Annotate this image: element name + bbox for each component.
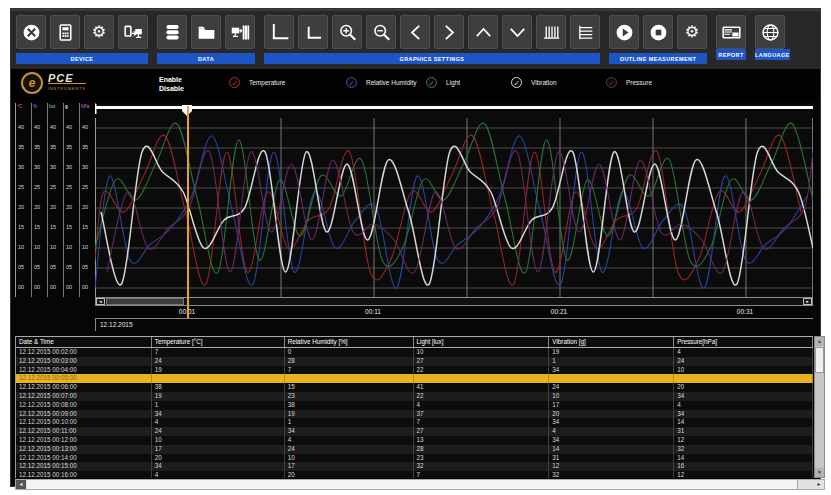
cell-value: 31 — [549, 454, 674, 463]
vertical-gridlines-button[interactable] — [536, 15, 566, 49]
axes-corner-button[interactable] — [298, 15, 328, 49]
cell-value: 7 — [152, 348, 285, 357]
table-row[interactable]: 12.12.2015 00:16:0042073212 — [16, 471, 813, 478]
y-axis-tick: 10 — [34, 244, 40, 250]
power-x-button[interactable] — [16, 15, 46, 49]
table-row[interactable]: 12.12.2015 00:06:003815412420 — [16, 383, 813, 392]
pressure-checkbox[interactable]: ✓ — [606, 77, 617, 88]
window-scroll-thumb[interactable] — [27, 480, 798, 489]
pan-down-button[interactable] — [502, 15, 532, 49]
cell-value: 4 — [285, 436, 414, 445]
stop-measurement-button[interactable] — [643, 15, 673, 49]
legend-item-vibration: ✓ Vibration — [511, 77, 557, 88]
date-label: 12.12.2015 — [100, 321, 133, 328]
y-axis-tick: 35 — [82, 144, 88, 150]
export-to-table-button[interactable] — [225, 15, 255, 49]
horizontal-gridlines-button[interactable] — [570, 15, 600, 49]
table-scroll-down-icon[interactable]: ▼ — [815, 468, 824, 477]
device-to-pc-transfer-button[interactable] — [118, 15, 148, 49]
cell-value: 24 — [674, 357, 813, 366]
database-icon — [162, 22, 183, 43]
graphics-buttons — [264, 15, 600, 49]
language-button[interactable] — [755, 15, 785, 49]
device-to-pc-transfer-icon — [123, 22, 144, 43]
table-row[interactable]: 12.12.2015 00:13:001724281432 — [16, 445, 813, 454]
cell-value: 4 — [152, 471, 285, 478]
axes-frame-icon — [269, 22, 290, 43]
axes-frame-button[interactable] — [264, 15, 294, 49]
y-axis-tick: 30 — [66, 164, 72, 170]
disable-label: Disable — [159, 84, 184, 93]
y-axis-column-5: hPa403530252015100500 — [80, 103, 96, 297]
window-scroll-right-icon[interactable]: ► — [814, 480, 824, 489]
pce-logo-icon: e — [21, 72, 43, 94]
vibration-checkbox[interactable]: ✓ — [511, 77, 522, 88]
table-row[interactable]: 12.12.2015 00:08:001384174 — [16, 401, 813, 410]
cell-datetime: 12.12.2015 00:10:00 — [16, 418, 152, 427]
enable-disable-toggle[interactable]: Enable Disable — [159, 75, 184, 93]
database-button[interactable] — [157, 15, 187, 49]
table-row[interactable]: 12.12.2015 00:09:003419372034 — [16, 410, 813, 419]
chart-scroll-right-icon[interactable]: ► — [803, 298, 812, 305]
window-horizontal-scrollbar[interactable]: ◄ ► — [15, 479, 825, 490]
table-row[interactable]: 12.12.2015 00:10:004173414 — [16, 418, 813, 427]
table-scroll-thumb[interactable] — [815, 347, 824, 373]
measurement-settings-button[interactable]: ⚙ — [677, 15, 707, 49]
table-scroll-up-icon[interactable]: ▲ — [815, 337, 824, 346]
device-meter-button[interactable] — [50, 15, 80, 49]
table-row[interactable]: 12.12.2015 00:12:00104133412 — [16, 436, 813, 445]
cell-value — [414, 374, 550, 383]
temperature-checkbox[interactable]: ✓ — [229, 77, 240, 88]
y-axis-tick: 05 — [82, 264, 88, 270]
start-measurement-button[interactable] — [609, 15, 639, 49]
cell-value: 20 — [549, 410, 674, 419]
table-row[interactable]: 12.12.2015 00:11:00243427431 — [16, 427, 813, 436]
zoom-in-button[interactable] — [332, 15, 362, 49]
chart-horizontal-scrollbar[interactable]: ◄ ► — [95, 297, 813, 306]
group-label-report: REPORT — [716, 49, 746, 60]
vibration-label: Vibration — [531, 79, 557, 86]
table-header-cell: Light [lux] — [414, 337, 550, 347]
pan-right-button[interactable] — [434, 15, 464, 49]
chart-scroll-left-icon[interactable]: ◄ — [96, 298, 105, 305]
table-row[interactable]: 12.12.2015 00:02:007010194 — [16, 348, 813, 357]
temperature-label: Temperature — [249, 79, 286, 86]
cell-datetime: 12.12.2015 00:05:00 — [16, 374, 152, 383]
y-axis-unit-label: lux — [49, 104, 56, 109]
table-row-selected[interactable]: 12.12.2015 00:05:00 — [16, 374, 813, 383]
plot-area[interactable] — [95, 104, 813, 297]
window-scroll-left-icon[interactable]: ◄ — [16, 480, 26, 489]
cell-value: 1 — [549, 357, 674, 366]
y-axis-tick: 05 — [18, 264, 24, 270]
cell-value: 19 — [152, 366, 285, 375]
table-row[interactable]: 12.12.2015 00:03:00242827124 — [16, 357, 813, 366]
cell-value: 34 — [152, 410, 285, 419]
device-meter-icon — [55, 22, 76, 43]
zoom-out-button[interactable] — [366, 15, 396, 49]
chart-cursor[interactable] — [187, 106, 189, 318]
cell-value: 4 — [674, 348, 813, 357]
relative-humidity-checkbox[interactable]: ✓ — [346, 77, 357, 88]
cell-value: 34 — [285, 427, 414, 436]
open-folder-button[interactable] — [191, 15, 221, 49]
report-button[interactable] — [716, 15, 746, 49]
cell-datetime: 12.12.2015 00:08:00 — [16, 401, 152, 410]
pan-up-button[interactable] — [468, 15, 498, 49]
cell-value: 34 — [674, 392, 813, 401]
device-settings-button[interactable]: ⚙ — [84, 15, 114, 49]
axes-corner-icon — [303, 22, 324, 43]
data-buttons — [157, 15, 255, 49]
light-label: Light — [446, 79, 460, 86]
table-vertical-scrollbar[interactable]: ▲ ▼ — [814, 336, 825, 478]
table-row[interactable]: 12.12.2015 00:15:003417321216 — [16, 462, 813, 471]
pan-left-button[interactable] — [400, 15, 430, 49]
y-axis-tick: 25 — [66, 184, 72, 190]
table-row[interactable]: 12.12.2015 00:07:001923221034 — [16, 392, 813, 401]
chart-scroll-track[interactable] — [184, 298, 803, 305]
table-row[interactable]: 12.12.2015 00:04:00197223410 — [16, 366, 813, 375]
toolbar-group-device: ⚙ DEVICE — [16, 15, 148, 64]
table-row[interactable]: 12.12.2015 00:14:002010233114 — [16, 454, 813, 463]
chart-scroll-thumb[interactable] — [106, 298, 184, 305]
light-checkbox[interactable]: ✓ — [426, 77, 437, 88]
y-axis-tick: 15 — [50, 224, 56, 230]
